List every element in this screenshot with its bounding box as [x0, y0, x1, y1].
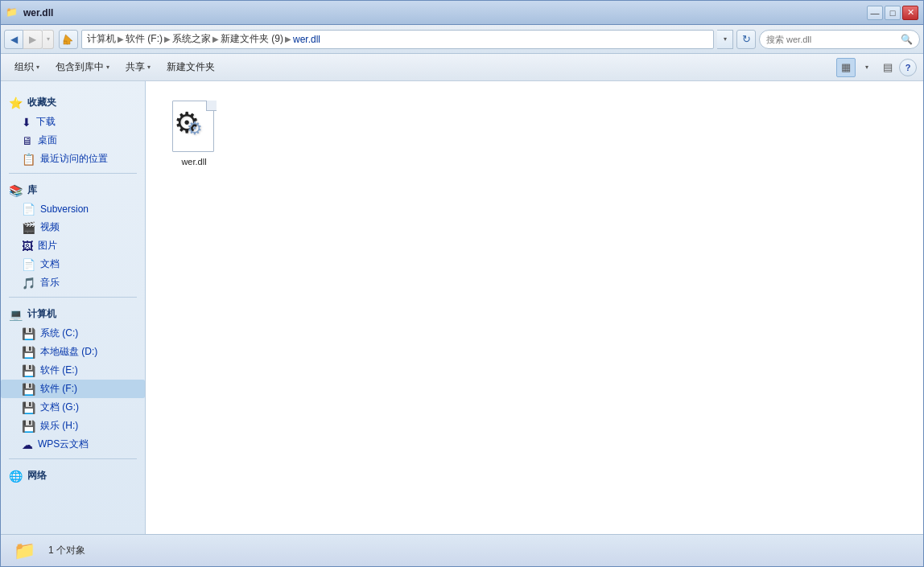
- path-segment-current: wer.dll: [293, 34, 320, 45]
- include-library-label: 包含到库中: [56, 60, 104, 74]
- status-text: 1 个对象: [48, 544, 85, 557]
- drive-c-icon: 💾: [22, 327, 35, 340]
- divider-2: [9, 297, 137, 298]
- new-folder-button[interactable]: 新建文件夹: [159, 57, 222, 77]
- path-segment-drive: 软件 (F:): [126, 32, 163, 46]
- address-path[interactable]: 计算机 ▶ 软件 (F:) ▶ 系统之家 ▶ 新建文件夹 (9) ▶ wer.d…: [81, 30, 714, 49]
- view-buttons: ▦ ▾ ▤ ?: [836, 58, 917, 77]
- share-button[interactable]: 共享 ▾: [118, 57, 158, 77]
- file-name: wer.dll: [181, 157, 206, 166]
- sidebar-item-pictures[interactable]: 🖼 图片: [1, 236, 145, 255]
- download-label: 下载: [36, 115, 56, 129]
- computer-header-icon: 💻: [9, 308, 23, 321]
- window-title: wer.dll: [23, 7, 53, 18]
- file-item-wer-dll[interactable]: ⚙ ⚙ wer.dll: [162, 97, 226, 170]
- drive-h-icon: 💾: [22, 420, 35, 433]
- desktop-icon: 🖥: [22, 134, 33, 147]
- sidebar-item-g[interactable]: 💾 文档 (G:): [1, 398, 145, 417]
- view-tiles-button[interactable]: ▦: [836, 58, 856, 77]
- window-icon: 📁: [6, 6, 19, 19]
- library-icon: 📚: [9, 184, 23, 197]
- organize-button[interactable]: 组织 ▾: [7, 57, 47, 77]
- status-folder-icon: 📁: [14, 540, 35, 561]
- sidebar-item-desktop[interactable]: 🖥 桌面: [1, 131, 145, 150]
- network-icon: 🌐: [9, 470, 23, 483]
- video-icon: 🎬: [22, 221, 35, 234]
- search-box: 🔍: [759, 30, 920, 49]
- download-icon: ⬇: [22, 116, 31, 129]
- title-controls: — □ ✕: [867, 6, 918, 20]
- computer-header: 💻 计算机: [1, 302, 145, 324]
- drive-e-label: 软件 (E:): [40, 364, 78, 377]
- sidebar-item-video[interactable]: 🎬 视频: [1, 218, 145, 236]
- view-list-button[interactable]: ▤: [878, 58, 897, 77]
- divider-1: [9, 173, 137, 174]
- favorites-label: 收藏夹: [27, 96, 56, 109]
- sidebar-item-subversion[interactable]: 📄 Subversion: [1, 200, 145, 218]
- sidebar-item-d[interactable]: 💾 本地磁盘 (D:): [1, 343, 145, 361]
- address-bar: ◀ ▶ ▾ 计算机 ▶ 软件 (F:) ▶ 系统之家 ▶ 新建文件夹 (9) ▶…: [1, 25, 923, 54]
- main-content: ⭐ 收藏夹 ⬇ 下载 🖥 桌面 📋 最近访问的位置 📚 库 �: [1, 81, 923, 534]
- subversion-label: Subversion: [40, 203, 89, 215]
- toolbar: 组织 ▾ 包含到库中 ▾ 共享 ▾ 新建文件夹 ▦ ▾ ▤ ?: [1, 54, 923, 81]
- documents-icon: 📄: [22, 258, 35, 271]
- include-library-button[interactable]: 包含到库中 ▾: [48, 57, 117, 77]
- include-library-dropdown-arrow: ▾: [106, 64, 109, 71]
- search-input[interactable]: [766, 35, 897, 44]
- drive-d-label: 本地磁盘 (D:): [40, 345, 97, 359]
- drive-e-icon: 💾: [22, 364, 35, 377]
- new-folder-label: 新建文件夹: [167, 60, 215, 74]
- forward-button[interactable]: ▶: [23, 30, 43, 49]
- address-dropdown-button[interactable]: ▾: [717, 30, 733, 49]
- library-header: 📚 库: [1, 179, 145, 200]
- nav-combo: ◀ ▶ ▾: [4, 30, 54, 49]
- library-label: 库: [27, 183, 37, 197]
- pictures-icon: 🖼: [22, 240, 33, 253]
- subversion-icon: 📄: [22, 203, 35, 216]
- drive-h-label: 娱乐 (H:): [40, 419, 78, 433]
- file-corner-fold: [206, 101, 217, 111]
- help-button[interactable]: ?: [899, 59, 917, 76]
- network-label: 网络: [27, 469, 47, 483]
- music-label: 音乐: [40, 276, 60, 290]
- sidebar-item-music[interactable]: 🎵 音乐: [1, 273, 145, 292]
- drive-f-icon: 💾: [22, 383, 35, 396]
- help-label: ?: [905, 63, 911, 72]
- pictures-label: 图片: [38, 239, 57, 253]
- search-icon[interactable]: 🔍: [901, 34, 913, 45]
- close-button[interactable]: ✕: [902, 6, 918, 20]
- file-area: ⚙ ⚙ wer.dll: [146, 81, 923, 534]
- up-button[interactable]: [59, 30, 78, 49]
- sidebar-item-download[interactable]: ⬇ 下载: [1, 113, 145, 131]
- refresh-button[interactable]: ↻: [736, 30, 756, 49]
- drive-c-label: 系统 (C:): [40, 327, 78, 340]
- drive-g-label: 文档 (G:): [40, 401, 79, 414]
- sidebar-item-documents[interactable]: 📄 文档: [1, 255, 145, 273]
- computer-label: 计算机: [27, 307, 56, 321]
- sidebar-item-wps[interactable]: ☁ WPS云文档: [1, 435, 145, 454]
- organize-label: 组织: [14, 60, 34, 74]
- title-bar-left: 📁 wer.dll: [6, 6, 53, 19]
- path-segment-folder1: 系统之家: [172, 32, 211, 46]
- path-segment-computer: 计算机: [87, 32, 116, 46]
- explorer-window: 📁 wer.dll — □ ✕ ◀ ▶ ▾ 计算机 ▶ 软件 (F:) ▶ 系统…: [0, 0, 924, 567]
- back-button[interactable]: ◀: [4, 30, 23, 49]
- sidebar-item-h[interactable]: 💾 娱乐 (H:): [1, 417, 145, 435]
- minimize-button[interactable]: —: [867, 6, 883, 20]
- sidebar: ⭐ 收藏夹 ⬇ 下载 🖥 桌面 📋 最近访问的位置 📚 库 �: [1, 81, 146, 534]
- gear-small-icon: ⚙: [187, 120, 203, 138]
- view-dropdown-button[interactable]: ▾: [857, 58, 877, 77]
- network-header: 🌐 网络: [1, 464, 145, 486]
- wps-label: WPS云文档: [38, 438, 89, 451]
- forward-dropdown-button[interactable]: ▾: [43, 30, 54, 49]
- sidebar-item-recent[interactable]: 📋 最近访问的位置: [1, 150, 145, 168]
- sidebar-item-f[interactable]: 💾 软件 (F:): [1, 380, 145, 398]
- maximize-button[interactable]: □: [885, 6, 901, 20]
- organize-dropdown-arrow: ▾: [36, 64, 39, 71]
- music-icon: 🎵: [22, 277, 35, 290]
- sidebar-item-c[interactable]: 💾 系统 (C:): [1, 324, 145, 343]
- title-bar: 📁 wer.dll — □ ✕: [1, 1, 923, 25]
- path-segment-folder2: 新建文件夹 (9): [221, 32, 283, 46]
- favorites-icon: ⭐: [9, 97, 23, 109]
- sidebar-item-e[interactable]: 💾 软件 (E:): [1, 361, 145, 380]
